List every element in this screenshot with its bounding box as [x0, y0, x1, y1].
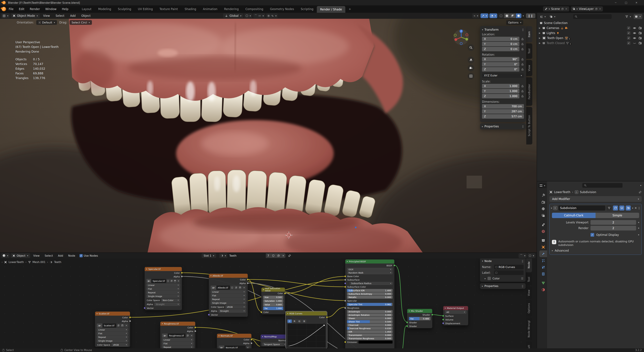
modifier-render-toggle[interactable] — [626, 206, 631, 211]
new-collection-button[interactable]: + — [634, 14, 642, 19]
color-swatch[interactable] — [488, 277, 491, 280]
rotation-z-field[interactable]: Z0° — [482, 67, 520, 71]
image-datablock[interactable]: ▦▾Normals.tif✕ — [219, 346, 250, 348]
modifier-name-field[interactable]: Subdivision — [558, 206, 605, 211]
properties-tab-modifiers-icon[interactable] — [539, 250, 547, 257]
tab-shading[interactable]: Shading — [181, 5, 200, 13]
mode-selector[interactable]: Object Mode▾ — [11, 13, 40, 18]
show-gizmo-toggle[interactable]: ⌁▾ — [472, 13, 480, 18]
properties-tab-view-layer-icon[interactable] — [539, 212, 547, 219]
catmull-clark-button[interactable]: Catmull-Clark — [552, 213, 596, 218]
color-space-dropdown[interactable]: sRGB▾ — [226, 305, 246, 309]
menu-help[interactable]: Help — [59, 7, 71, 11]
properties-tab-particles-icon[interactable] — [539, 257, 547, 264]
node-hue-saturation-value[interactable]: ▾Hue Saturation Value Color Hue0.500 Sat… — [261, 288, 285, 314]
dimensions-z-field[interactable]: Z577 cm — [482, 114, 524, 119]
channel-c-button[interactable]: C — [288, 320, 292, 323]
sidebar-tab-view[interactable]: View — [526, 60, 532, 76]
subsurface-ior-slider[interactable]: Subsurface IOR1.400 — [347, 289, 392, 292]
unlink-scene-icon[interactable]: ✕ — [565, 7, 567, 10]
node-menu-node[interactable]: Node — [66, 254, 77, 257]
tab-render-shade-active[interactable]: Render / Shade — [317, 6, 345, 13]
menu-edit[interactable]: Edit — [16, 7, 27, 11]
metallic-slider[interactable]: Metallic0.000 — [347, 296, 392, 299]
subsurface-anisotropy-slider[interactable]: Subsurface Anisotropy0.000 — [347, 292, 392, 295]
node-principled-bsdf[interactable]: ▾Principled BSDF BSDF GGX▾ Random Walk▾ … — [345, 259, 394, 348]
outliner-row-lights[interactable]: ▶ Lights ✓ — [537, 30, 644, 35]
drag-dropdown[interactable]: Select Circl▾ — [70, 20, 92, 25]
node-properties-collapsed[interactable]: Properties — [484, 285, 498, 288]
outliner-row-teeth-open[interactable]: ▶ Teeth Open 3 ✓ — [537, 35, 644, 40]
node-material-output[interactable]: ▾Material Output All▾ Surface Volume Dis… — [443, 306, 468, 325]
specular-tint-slider[interactable]: Specular Tint0.982 — [347, 303, 392, 306]
source-dropdown[interactable]: Single Image▾ — [146, 295, 180, 298]
anisotropic-rotation-slider[interactable]: Anisotropic Rotation0.000 — [347, 314, 392, 317]
outliner-display-mode[interactable]: ▾ — [539, 14, 547, 19]
properties-tab-world-icon[interactable] — [539, 228, 547, 235]
distribution-dropdown[interactable]: GGX▾ — [347, 268, 392, 271]
projection-dropdown[interactable]: Flat▾ — [146, 287, 180, 291]
rotation-y-field[interactable]: Y0° — [482, 62, 520, 66]
maximize-button[interactable]: □ — [621, 0, 631, 5]
add-workspace-button[interactable]: + — [345, 5, 354, 13]
shader-node-editor[interactable]: ▾ Object▾ View Select Add Node ✓ Use Nod… — [0, 253, 537, 348]
properties-tab-constraints-icon[interactable] — [539, 271, 547, 277]
node-specular-texture[interactable]: ▾Specular.tif Color Alpha ▦▾Specular.tif… — [144, 267, 182, 310]
outliner-row-cameras[interactable]: ▶ Cameras ✓ — [537, 25, 644, 30]
tab-animation[interactable]: Animation — [200, 5, 221, 13]
viewlayer-selector[interactable]: ▾ ViewLayer ✕ — [571, 6, 603, 11]
extension-dropdown[interactable]: Repeat▾ — [97, 336, 128, 339]
properties-search-input[interactable] — [582, 183, 622, 188]
clearcoat-slider[interactable]: Clearcoat0.000 — [347, 324, 392, 327]
modifier-close-icon[interactable]: ✕ — [634, 206, 637, 210]
sidebar-tab-item[interactable]: Item — [526, 26, 532, 42]
editor-type-button[interactable]: ▾ — [1, 253, 10, 258]
scale-y-field[interactable]: Y1.000 — [482, 89, 520, 93]
tab-uv-editing[interactable]: UV Editing — [134, 5, 156, 13]
properties-options-caret[interactable]: ▾ — [640, 184, 641, 187]
node-mix-shader[interactable]: ▾Mix Shader Shader Fac0.489 Shader Shade… — [407, 309, 432, 328]
node-menu-add[interactable]: Add — [56, 254, 65, 257]
image-datablock[interactable]: ▦▾Roughness.tif✕ — [162, 334, 194, 338]
transmission-slider[interactable]: Transmission0.000 — [347, 334, 392, 337]
projection-dropdown[interactable]: Flat▾ — [162, 342, 194, 345]
tab-geometry-nodes[interactable]: Geometry Nodes — [267, 5, 297, 13]
advanced-section[interactable]: Advanced — [555, 249, 569, 252]
ortho-grid-icon[interactable] — [468, 73, 474, 79]
sheen-tint-slider[interactable]: Sheen Tint0.500 — [347, 320, 392, 323]
channel-r-button[interactable]: R — [292, 320, 297, 323]
transmission-roughness-slider[interactable]: Transmission Roughness0.000 — [347, 337, 392, 340]
pivot-point-selector[interactable]: ▾ — [244, 13, 252, 18]
node-name-field[interactable]: RGB Curves — [494, 265, 524, 269]
normal-space-dropdown[interactable]: Tangent Space▾ — [262, 343, 286, 346]
rotation-mode-dropdown[interactable]: XYZ Euler▾ — [482, 73, 524, 78]
properties-tab-collection-icon[interactable] — [539, 237, 547, 244]
node-roughness-texture[interactable]: ▾Roughness.tif Color Alpha ▦▾Roughness.t… — [160, 322, 196, 348]
tab-scripting[interactable]: Scripting — [297, 5, 317, 13]
menu-render[interactable]: Render — [27, 7, 42, 11]
node-rgb-curves[interactable]: ▾RGB Curves Color C R G B — [286, 311, 327, 348]
transform-panel-title[interactable]: Transform — [484, 28, 499, 31]
3d-viewport[interactable]: ▾ Object Mode▾ View Select Add Object Gl… — [0, 13, 537, 252]
image-datablock[interactable]: ▦▾Specular.tif✕ — [146, 279, 180, 283]
projection-dropdown[interactable]: Flat▾ — [211, 294, 246, 297]
color-section-caret[interactable]: ▸ — [485, 277, 486, 280]
menu-file[interactable]: File — [6, 7, 16, 11]
remove-viewlayer-icon[interactable]: ✕ — [599, 7, 601, 10]
viewport-menu-object[interactable]: Object — [79, 14, 93, 17]
properties-tab-physics-icon[interactable] — [539, 264, 547, 271]
navigation-gizmo[interactable]: Z — [453, 29, 470, 46]
overlays-icon[interactable]: ▾ — [528, 253, 535, 258]
properties-collapsed-panel[interactable]: Properties — [484, 125, 499, 128]
properties-tab-output-icon[interactable] — [539, 206, 547, 212]
use-nodes-checkbox[interactable]: ✓ — [80, 254, 83, 257]
blender-menu-icon[interactable] — [2, 7, 6, 11]
node-normals-texture[interactable]: ▾Normals.tif Color Alpha ▦▾Normals.tif✕ — [217, 334, 252, 348]
editor-type-button[interactable]: ▾ — [1, 13, 10, 18]
orientation-dropdown[interactable]: ⤨Default▾ — [36, 20, 57, 25]
simple-button[interactable]: Simple — [596, 213, 639, 218]
projection-dropdown[interactable]: Flat▾ — [97, 332, 128, 335]
image-datablock[interactable]: ▦▾Albedo.tif✕ — [211, 286, 246, 290]
subsurface-method-dropdown[interactable]: Random Walk▾ — [347, 271, 392, 274]
menu-window[interactable]: Window — [42, 7, 59, 11]
